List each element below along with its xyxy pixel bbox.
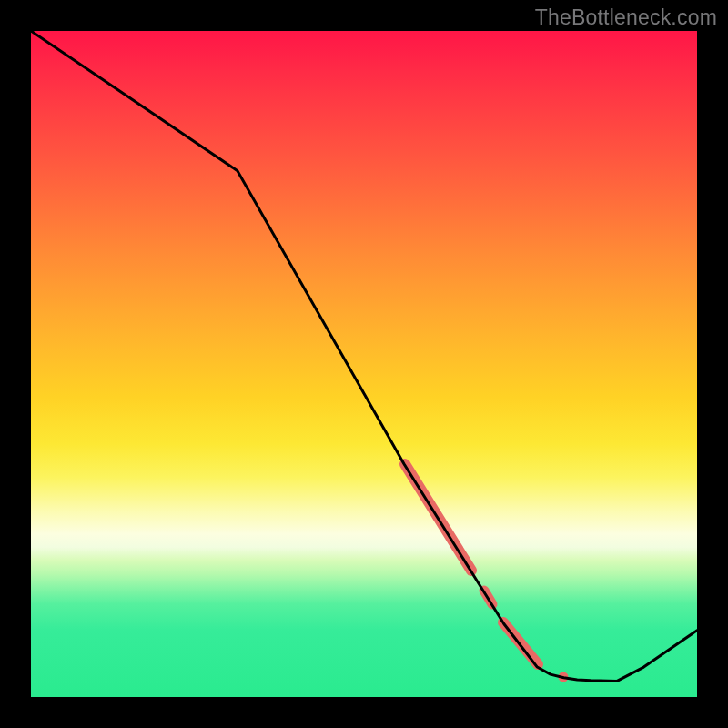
plot-gradient-background — [31, 31, 697, 697]
chart-frame: TheBottleneck.com — [0, 0, 728, 728]
watermark-text: TheBottleneck.com — [535, 5, 717, 30]
